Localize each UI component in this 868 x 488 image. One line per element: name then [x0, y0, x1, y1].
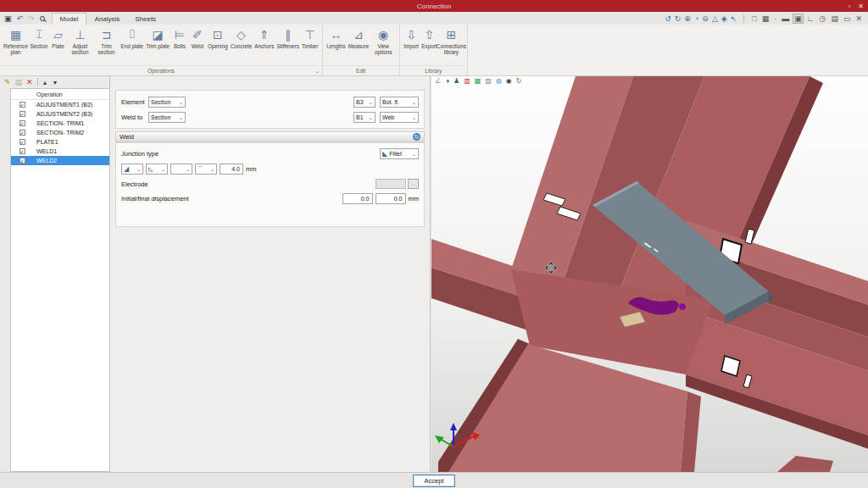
3d-viewport[interactable]: ∠ ◑ ♟ ▥ ▩ ▨ ◍ ◉ ↻ [431, 76, 868, 472]
close-icon[interactable]: ✕ [858, 3, 864, 10]
zoom-out-icon[interactable]: ⊖ [702, 14, 709, 23]
weld-contour-icon: ⌒ [198, 165, 203, 174]
table-row[interactable]: SECTION- TRIM2 [11, 128, 109, 137]
stiffeners-button[interactable]: ∥ Stiffeners [275, 25, 301, 65]
sheet-toggle-icon[interactable]: ▤ [830, 14, 839, 23]
electrode-browse-button[interactable]: … [408, 179, 419, 189]
weld-symbol-icon: ◺ [148, 166, 153, 173]
weld-symbol-select-2[interactable]: ◺ ⌄ [146, 164, 168, 175]
element-part-select[interactable]: Bot. fl.⌄ [380, 97, 419, 108]
screen-toggle-icon[interactable]: ▣ [793, 14, 803, 23]
weld-button[interactable]: ✐ Weld [188, 25, 206, 65]
render-mode-icon[interactable]: ♟ [453, 77, 459, 86]
row-checkbox[interactable] [19, 148, 25, 154]
weld-thickness-input[interactable]: 4.0 [220, 164, 243, 175]
table-row[interactable]: SECTION- TRIM1 [11, 119, 109, 128]
concrete-button[interactable]: ◇ Concrete [229, 25, 253, 65]
zoom-in-icon[interactable]: ⊕ [684, 14, 691, 23]
weld-contour-select[interactable]: ⌒ ⌄ [195, 164, 217, 175]
weldto-part-select[interactable]: Web⌄ [380, 112, 419, 123]
copy-operation-icon: ▤ [15, 78, 23, 87]
bolts-icon: ⊨ [175, 25, 185, 43]
section-button[interactable]: ⌶ Section [29, 25, 49, 65]
connections-library-button[interactable]: ⊞ Connections library [438, 25, 465, 65]
table-row[interactable]: ADJUSTMENT1 (B2) [11, 100, 109, 109]
grid-toggle-icon[interactable]: ▦ [761, 14, 771, 23]
row-checkbox[interactable] [19, 158, 25, 164]
point-toggle-icon[interactable]: · [773, 14, 777, 23]
reference-plan-button[interactable]: ▦ Reference plan [3, 25, 29, 65]
displacement-end-input[interactable]: 0.0 [376, 193, 406, 204]
undo-icon[interactable]: ↶ [17, 15, 24, 23]
globe-icon[interactable]: ◍ [496, 77, 502, 86]
accept-button[interactable]: Accept [413, 474, 456, 487]
move-icon[interactable]: ◈ [721, 14, 727, 23]
opening-button[interactable]: ⊡ Opening [206, 25, 229, 65]
chevron-down-icon[interactable]: ⌄ [315, 66, 320, 76]
clock-toggle-icon[interactable]: ◷ [819, 14, 827, 23]
lengths-icon: ↔ [330, 25, 342, 43]
table-row[interactable]: PLATE1 [11, 137, 109, 147]
weldto-type-select[interactable]: Section⌄ [148, 112, 186, 123]
clip-x-icon[interactable]: ▥ [464, 77, 470, 86]
comment-toggle-icon[interactable]: ▭ [843, 14, 852, 23]
clip-z-icon[interactable]: ▨ [485, 77, 492, 86]
orbit-sphere-icon[interactable]: ◔ [694, 14, 698, 23]
weldto-ref-select[interactable]: B1⌄ [353, 112, 376, 123]
pan-icon[interactable]: △ [712, 14, 718, 23]
row-checkbox[interactable] [19, 139, 25, 145]
viewport-toggle-icon[interactable]: □ [751, 14, 757, 23]
angle-toggle-icon[interactable]: ∟ [806, 14, 815, 23]
clip-y-icon[interactable]: ▩ [475, 77, 481, 86]
maximize-icon[interactable]: ▫ [848, 3, 850, 10]
table-row-selected[interactable]: WELD2 [11, 156, 109, 165]
tab-model[interactable]: Model [52, 13, 87, 25]
weld-symbol-select-3[interactable]: ⌄ [170, 164, 192, 175]
shading-icon[interactable]: ◑ [445, 77, 449, 86]
measure-button[interactable]: ⊿ Measure [347, 25, 370, 65]
anchors-button[interactable]: ⇑ Anchors [253, 25, 275, 65]
junction-style-select[interactable]: ◣ Fillet⌄ [380, 148, 419, 159]
displacement-start-input[interactable]: 0.0 [342, 193, 373, 204]
3d-scene[interactable] [431, 76, 868, 472]
row-checkbox[interactable] [19, 111, 25, 117]
bolts-button[interactable]: ⊨ Bolts [170, 25, 188, 65]
row-checkbox[interactable] [19, 130, 25, 136]
orbit-icon[interactable]: ↺ [665, 14, 671, 23]
move-up-icon[interactable]: ▲ [42, 78, 48, 87]
title-bar: Connection ▫ ✕ [0, 0, 868, 12]
tab-sheets[interactable]: Sheets [127, 14, 164, 25]
trim-plate-button[interactable]: ◪ Trim plate [145, 25, 171, 65]
rotate-view-icon[interactable]: ↻ [675, 14, 682, 23]
tab-analysis[interactable]: Analysis [86, 14, 127, 25]
export-button[interactable]: ⇧ Export [420, 25, 438, 65]
table-row[interactable]: WELD1 [11, 147, 109, 156]
lengths-button[interactable]: ↔ Lengths [326, 25, 347, 65]
table-row[interactable]: ADJUSTMENT2 (B3) [11, 109, 109, 119]
end-plate-button[interactable]: ⌷ End plate [120, 25, 145, 65]
row-checkbox[interactable] [19, 102, 25, 108]
adjust-section-icon: ⊥ [75, 25, 85, 43]
element-ref-select[interactable]: B3⌄ [353, 97, 376, 108]
save-icon[interactable]: ▣ [4, 15, 12, 23]
toolbar-toggle-icon[interactable]: ▬ [781, 14, 790, 23]
refresh-view-icon[interactable]: ↻ [516, 77, 522, 86]
import-button[interactable]: ⇩ Import [403, 25, 420, 65]
plate-button[interactable]: ▱ Plate [49, 25, 67, 65]
view-options-button[interactable]: ◉ View options [370, 25, 397, 65]
delete-operation-icon[interactable]: ✕ [26, 78, 33, 87]
close-panels-icon[interactable]: ✕ [854, 14, 863, 23]
refresh-icon[interactable]: ↻ [413, 133, 420, 141]
visibility-icon[interactable]: ◉ [506, 77, 512, 86]
move-down-icon[interactable]: ▼ [53, 78, 58, 87]
edit-operation-icon[interactable]: ✎ [4, 78, 11, 87]
adjust-section-button[interactable]: ⊥ Adjust section [67, 25, 93, 65]
weld-symbol-select-1[interactable]: ◢ ⌄ [121, 164, 143, 175]
timber-button[interactable]: ⊤ Timber [300, 25, 319, 65]
row-checkbox[interactable] [19, 120, 25, 126]
search-icon[interactable] [40, 16, 45, 21]
element-type-select[interactable]: Section⌄ [148, 97, 186, 108]
trim-section-button[interactable]: ⊐ Trim section [93, 25, 120, 65]
select-icon[interactable]: ↖ [731, 14, 737, 23]
axes-icon[interactable]: ∠ [435, 77, 441, 86]
